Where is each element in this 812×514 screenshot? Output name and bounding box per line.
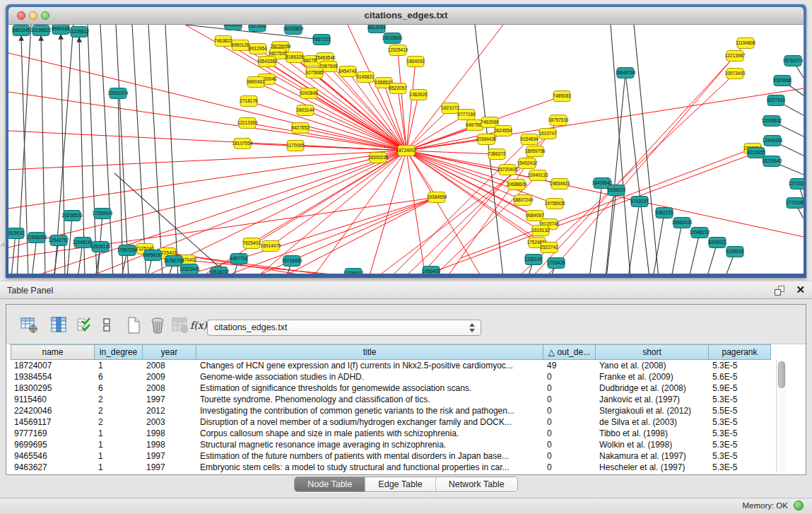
graph-node[interactable]: 12444154: [763, 136, 783, 146]
graph-node[interactable]: 10949133: [528, 170, 548, 181]
graph-node[interactable]: 1770335: [786, 198, 804, 209]
graph-svg[interactable]: 1872400774638228960128891295428226058982…: [8, 25, 804, 274]
graph-node[interactable]: 9242848: [300, 88, 318, 99]
graph-node[interactable]: 19218506: [382, 33, 403, 44]
table-row[interactable]: 2242004622012Investigating the contribut…: [11, 405, 771, 416]
graph-node[interactable]: 9890461: [247, 77, 265, 88]
graph-node[interactable]: 1615132: [531, 226, 550, 236]
column-header-in_degree[interactable]: in_degree: [95, 344, 143, 360]
table-row[interactable]: 1830029562008Estimation of significance …: [11, 382, 771, 394]
graph-node[interactable]: 9777169: [457, 110, 476, 120]
graph-node[interactable]: 16033809: [283, 25, 304, 35]
table-selector[interactable]: citations_edges.txt: [207, 320, 481, 336]
graph-node[interactable]: 20531074: [108, 88, 129, 99]
network-window-titlebar[interactable]: citations_edges.txt: [8, 7, 804, 25]
graph-node[interactable]: 20364436: [476, 134, 497, 145]
graph-node[interactable]: 9275685: [305, 68, 324, 78]
graph-node[interactable]: 10055287: [223, 25, 244, 30]
graph-node[interactable]: 15492432: [517, 158, 538, 169]
graph-node[interactable]: 10973493: [725, 69, 746, 79]
graph-node[interactable]: 1610747: [539, 129, 557, 139]
graph-node[interactable]: 9154694: [520, 134, 539, 145]
graph-node[interactable]: 2803144: [296, 105, 314, 116]
graph-node[interactable]: 1170065: [287, 141, 305, 151]
graph-node[interactable]: 8454749: [339, 66, 357, 77]
graph-node[interactable]: 7386372: [488, 149, 506, 160]
table-settings-icon[interactable]: [19, 315, 39, 335]
table-row[interactable]: 969969511998Structural magnetic resonanc…: [11, 439, 771, 450]
table-row[interactable]: 911546021997Tourette syndrome. Phenomeno…: [11, 394, 771, 405]
graph-node[interactable]: 16962425: [672, 218, 693, 228]
stacked-squares-icon[interactable]: [97, 315, 117, 335]
new-file-icon[interactable]: [124, 315, 143, 335]
graph-node[interactable]: 17330417: [343, 269, 364, 274]
float-panel-icon[interactable]: [774, 285, 785, 296]
graph-node[interactable]: 10516037: [209, 267, 230, 274]
graph-node[interactable]: 9146821: [356, 72, 375, 83]
graph-node[interactable]: 6793197: [630, 197, 649, 207]
network-canvas[interactable]: 1872400774638228960128891295428226058982…: [8, 25, 804, 274]
graph-node[interactable]: 16648784: [616, 68, 636, 78]
graph-node[interactable]: 12323445: [180, 264, 200, 274]
graph-node[interactable]: 3624554: [494, 126, 512, 136]
graph-node[interactable]: 16958187: [143, 250, 163, 261]
table-row[interactable]: 1456911722003Disruption of a novel membe…: [11, 416, 771, 428]
graph-node[interactable]: 11568289: [27, 233, 47, 243]
graph-node[interactable]: 16914479: [261, 241, 281, 252]
graph-node[interactable]: 2522742: [540, 243, 558, 253]
table-row[interactable]: 1938455462009Genome-wide association stu…: [11, 371, 771, 382]
graph-node[interactable]: 12325419: [388, 45, 408, 56]
graph-node[interactable]: 8990169: [52, 25, 70, 35]
graph-node[interactable]: 9329966: [773, 76, 792, 86]
tab-edge-table[interactable]: Edge Table: [365, 477, 435, 491]
graph-node[interactable]: 8912954: [249, 44, 267, 54]
graph-node[interactable]: 11154808: [736, 38, 755, 49]
column-header-out_degree[interactable]: △ out_de...: [543, 344, 596, 360]
table-row[interactable]: 946362711997Embryonic stem cells: a mode…: [11, 462, 771, 473]
graph-node[interactable]: 17359924: [93, 209, 113, 219]
graph-node[interactable]: 19654923: [550, 179, 570, 189]
graph-node[interactable]: 15720401: [498, 165, 518, 175]
graph-node[interactable]: 18807249: [513, 195, 534, 206]
checkmarks-icon[interactable]: [76, 315, 95, 335]
graph-node[interactable]: 18107554: [233, 139, 253, 149]
graph-node[interactable]: 1136141: [525, 255, 543, 265]
graph-node[interactable]: 16543382: [257, 57, 278, 67]
close-panel-icon[interactable]: ✕: [796, 284, 805, 296]
graph-node[interactable]: 7463822: [214, 36, 233, 47]
graph-node[interactable]: 18300295: [368, 153, 389, 163]
graph-node[interactable]: 7485083: [553, 91, 571, 102]
graph-node[interactable]: 1621072: [441, 103, 459, 114]
column-header-year[interactable]: year: [143, 344, 196, 360]
graph-node[interactable]: 18724007: [396, 146, 417, 156]
graph-node[interactable]: 8427552: [291, 123, 310, 134]
graph-node[interactable]: 8813054: [367, 25, 386, 33]
graph-node[interactable]: 9227343: [767, 95, 785, 106]
graph-node[interactable]: 9457791: [230, 254, 248, 264]
graph-node[interactable]: 10946232: [690, 228, 710, 238]
scrollbar-thumb[interactable]: [778, 361, 785, 388]
graph-node[interactable]: 8245022: [708, 238, 726, 248]
column-header-short[interactable]: short: [596, 344, 709, 360]
graph-node[interactable]: 18757516: [548, 115, 569, 126]
graph-node[interactable]: 19756928: [545, 199, 565, 209]
function-builder-icon[interactable]: f(x): [189, 315, 208, 335]
graph-node[interactable]: 10196522: [31, 25, 52, 36]
tab-network-table[interactable]: Network Table: [435, 477, 517, 491]
graph-node[interactable]: 9245032: [726, 247, 744, 257]
graph-node[interactable]: 7625402: [242, 238, 261, 249]
trash-icon[interactable]: [148, 315, 167, 335]
graph-node[interactable]: 19384554: [427, 192, 447, 203]
table-row[interactable]: 946554611997Estimation of the future num…: [11, 450, 771, 462]
graph-node[interactable]: 12213369: [237, 118, 258, 129]
graph-node[interactable]: 3915031: [8, 228, 25, 239]
graph-node[interactable]: 1864093: [406, 57, 425, 67]
graph-node[interactable]: 11239812: [69, 27, 90, 37]
column-header-name[interactable]: name: [11, 344, 95, 360]
graph-node[interactable]: 20206526: [62, 211, 83, 221]
graph-node[interactable]: 12505135: [90, 242, 111, 252]
column-highlight-icon[interactable]: [49, 315, 69, 335]
vertical-scrollbar[interactable]: [776, 360, 787, 473]
tab-node-table[interactable]: Node Table: [295, 477, 365, 491]
graph-node[interactable]: 2718176: [240, 96, 258, 107]
